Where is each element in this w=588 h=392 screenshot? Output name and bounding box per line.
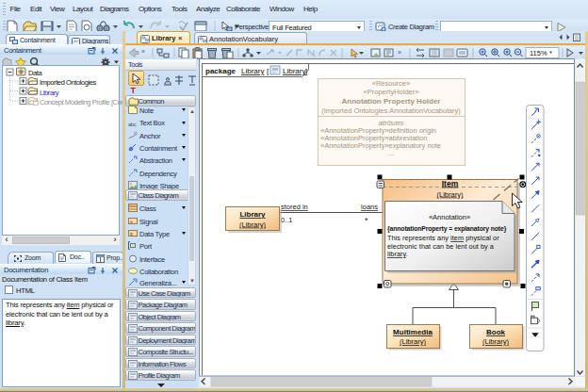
svg-text:Item: Item	[442, 179, 459, 188]
svg-text:Annotation Property Holder: Annotation Property Holder	[342, 97, 441, 106]
svg-text:...: ...	[388, 149, 394, 157]
svg-text:loans: loans	[361, 203, 378, 211]
svg-text:0..1: 0..1	[281, 216, 293, 224]
svg-text:115%: 115%	[530, 48, 547, 57]
svg-text:*: *	[365, 216, 368, 225]
svg-text:«Annotation»: «Annotation»	[429, 213, 470, 221]
svg-text:«Resource»: «Resource»	[372, 79, 410, 88]
svg-text:»: »	[141, 48, 145, 55]
svg-text:(Library): (Library)	[239, 220, 266, 229]
svg-text:(Library): (Library)	[437, 190, 464, 199]
svg-text:Library: Library	[283, 67, 305, 75]
svg-text:attributes: attributes	[379, 120, 404, 126]
svg-text:package: package	[205, 67, 237, 75]
svg-text:(Imported Ontologies.Annotatio: (Imported Ontologies.AnnotationVocabular…	[321, 106, 461, 115]
svg-text:(Library): (Library)	[400, 337, 426, 346]
svg-text:≡: ≡	[130, 231, 133, 237]
svg-text:library.: library.	[387, 250, 408, 258]
svg-text:Book: Book	[486, 328, 506, 336]
svg-text:]: ]	[305, 67, 307, 75]
svg-text:stored in: stored in	[281, 203, 308, 211]
svg-text:Multimedia: Multimedia	[393, 328, 433, 336]
svg-text:Library: Library	[241, 67, 264, 75]
svg-text:Library: Library	[239, 210, 266, 219]
svg-text:(Library): (Library)	[482, 337, 509, 346]
svg-text:«AnnotationProperty»explanator: «AnnotationProperty»explanatory note	[320, 141, 441, 150]
svg-text:{annotationProperty = explanat: {annotationProperty = explanatory note}	[387, 225, 507, 233]
svg-text:»: »	[398, 49, 401, 56]
svg-text:«PropertyHolder»: «PropertyHolder»	[364, 88, 419, 96]
